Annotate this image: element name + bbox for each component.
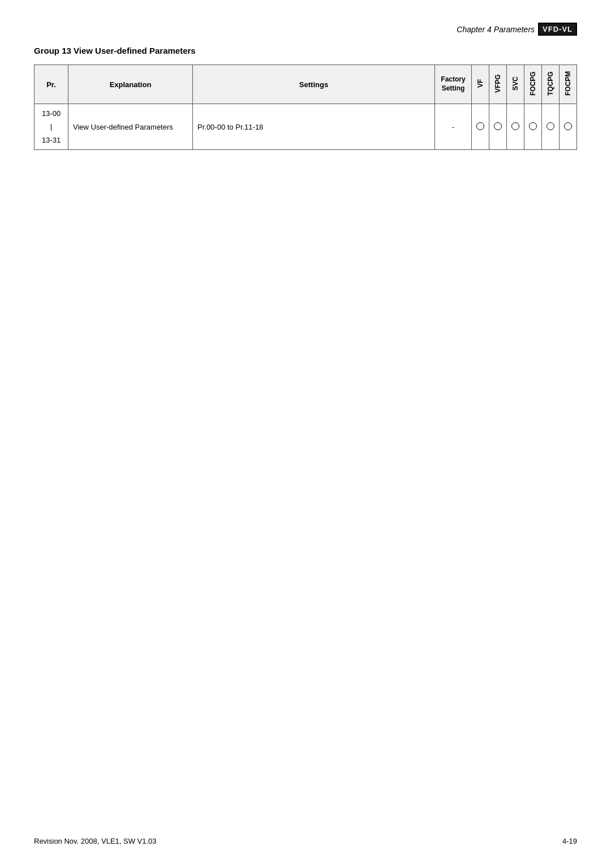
tqcpg-label: TQCPG — [547, 68, 554, 99]
page-footer: Revision Nov. 2008, VLE1, SW V1.03 4-19 — [34, 837, 577, 845]
brand-logo: VFD-VL — [538, 23, 577, 36]
circle-focpg — [529, 122, 537, 130]
focpm-label: FOCPM — [564, 68, 572, 99]
circle-tqcpg — [547, 122, 554, 130]
col-header-focpm: FOCPM — [560, 65, 577, 104]
page-header: Chapter 4 Parameters VFD-VL — [34, 23, 577, 36]
svc-label: SVC — [511, 68, 519, 99]
pr-end: 13-31 — [42, 136, 61, 144]
vf-label: VF — [476, 68, 484, 99]
vfpg-label: VFPG — [494, 68, 502, 99]
cell-settings: Pr.00-00 to Pr.11-18 — [193, 104, 435, 150]
table-row: 13-00 | 13-31 View User-defined Paramete… — [35, 104, 577, 150]
pr-start: 13-00 — [42, 109, 61, 118]
col-header-vfpg: VFPG — [489, 65, 507, 104]
revision-text: Revision Nov. 2008, VLE1, SW V1.03 — [34, 837, 157, 845]
cell-factory: - — [435, 104, 472, 150]
circle-vf — [476, 122, 484, 130]
cell-pr: 13-00 | 13-31 — [35, 104, 68, 150]
page-number: 4-19 — [562, 837, 577, 845]
col-header-tqcpg: TQCPG — [542, 65, 560, 104]
page-container: Chapter 4 Parameters VFD-VL Group 13 Vie… — [0, 0, 611, 868]
cell-focpm — [560, 104, 577, 150]
cell-vfpg — [489, 104, 507, 150]
cell-focpg — [524, 104, 542, 150]
col-header-explanation: Explanation — [68, 65, 193, 104]
circle-focpm — [564, 122, 572, 130]
col-header-svc: SVC — [507, 65, 524, 104]
cell-tqcpg — [542, 104, 560, 150]
params-table: Pr. Explanation Settings Factory Setting… — [34, 65, 577, 150]
col-header-focpg: FOCPG — [524, 65, 542, 104]
focpg-label: FOCPG — [529, 68, 537, 99]
col-header-factory: Factory Setting — [435, 65, 472, 104]
chapter-title: Chapter 4 Parameters — [457, 25, 535, 34]
pr-separator: | — [50, 122, 52, 131]
circle-vfpg — [494, 122, 502, 130]
col-header-settings: Settings — [193, 65, 435, 104]
cell-explanation: View User-defined Parameters — [68, 104, 193, 150]
col-header-pr: Pr. — [35, 65, 68, 104]
col-header-vf: VF — [472, 65, 489, 104]
cell-vf — [472, 104, 489, 150]
section-title: Group 13 View User-defined Parameters — [34, 46, 577, 55]
factory-setting-label: Factory Setting — [441, 75, 465, 92]
cell-svc — [507, 104, 524, 150]
circle-svc — [511, 122, 519, 130]
